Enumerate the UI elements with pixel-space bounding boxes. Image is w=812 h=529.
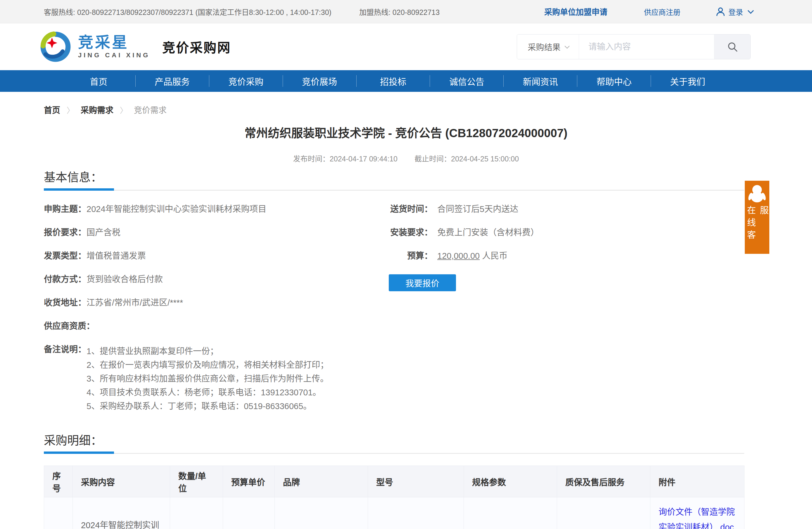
purchase-detail-table: 序号 采购内容 数量/单位 预算单价 品牌 型号 规格参数 质保及售后服务 附件… [44,466,744,529]
col-header-budget-price: 预算单价 [223,466,275,497]
col-header-model: 型号 [368,466,464,497]
section-divider-accent [44,452,114,454]
search-box: 采购结果 [517,34,751,59]
info-label: 付款方式： [44,274,87,284]
supplier-register-link[interactable]: 供应商注册 [644,6,680,17]
detail-section-title: 采购明细： [44,434,744,447]
page-title: 常州纺织服装职业技术学院 - 竞价公告 (CB128072024000007) [0,124,812,141]
remark-line: 4、项目技术负责联系人：杨老师；联系电话：13912330701。 [87,386,329,399]
qq-penguin-icon [747,184,767,203]
nav-item-news[interactable]: 新闻资讯 [504,74,577,87]
cell-brand: 无 [275,497,368,529]
info-label: 报价要求： [44,228,87,238]
remark-line: 1、提供营业执照副本复印件一份； [87,344,329,358]
info-label: 安装要求： [389,228,433,238]
col-header-seq: 序号 [44,466,73,497]
remark-line: 2、在报价一览表内填写报价及响应情况，将相关材料全部打印； [87,358,329,372]
site-logo[interactable]: 竞采星 JING CAI XING [39,30,150,63]
remark-line: 3、所有响应材料均加盖报价供应商公章，扫描后作为附件上传。 [87,372,329,386]
info-label: 发票类型： [44,251,87,261]
budget-value: 120,000.00 人民币 [437,251,507,261]
cell-budget-price: 120000 [223,497,275,529]
cell-quantity: 1/批 [170,497,223,529]
login-label: 登录 [728,6,743,17]
search-category-select[interactable]: 采购结果 [517,34,579,59]
breadcrumb-current: 竞价需求 [134,104,166,115]
nav-item-help[interactable]: 帮助中心 [577,74,651,87]
remarks-list: 1、提供营业执照副本复印件一份； 2、在报价一览表内填写报价及响应情况，将相关材… [87,344,329,413]
nav-item-showroom[interactable]: 竞价展场 [283,74,356,87]
logo-en-text: JING CAI XING [78,52,150,59]
nav-item-tenders[interactable]: 招投标 [357,74,430,87]
join-hotline: 加盟热线: 020-80922713 [359,6,440,17]
cell-attachments: 询价文件（智造学院实验实训耗材）.doc 实训套件1-5清单.docx [650,497,744,529]
breadcrumb-purchase-demand[interactable]: 采购需求 [81,104,113,115]
breadcrumb-home[interactable]: 首页 [44,104,60,115]
info-row-install-requirement: 安装要求： 免费上门安装（含材料费） [389,228,744,238]
search-input[interactable] [579,34,714,59]
info-row-address: 收货地址： 江苏省/常州市/武进区/**** [44,298,389,308]
info-row-delivery-time: 送货时间： 合同签订后5天内送达 [389,204,744,214]
cell-spec: 见附件询价文件 [464,497,557,529]
info-value: 国产含税 [87,228,120,238]
breadcrumb: 首页 〉 采购需求 〉 竞价需求 [44,104,768,115]
budget-amount: 120,000.00 [437,251,480,260]
nav-item-products[interactable]: 产品服务 [136,74,209,87]
search-button[interactable] [714,34,750,59]
nav-item-integrity[interactable]: 诚信公告 [430,74,503,87]
info-value: 2024年智能控制实训中心实验实训耗材采购项目 [87,204,266,214]
info-label: 预算： [389,251,433,261]
col-header-attachments: 附件 [650,466,744,497]
col-header-content: 采购内容 [73,466,170,497]
info-value: 合同签订后5天内送达 [437,204,518,214]
service-hotline: 客服热线: 020-80922713/80922307/80922371 (国家… [44,6,332,17]
online-service-label: 在线客服 [744,205,770,254]
info-label: 供应商资质： [44,321,95,331]
info-row-budget: 预算： 120,000.00 人民币 [389,251,744,261]
nav-item-about[interactable]: 关于我们 [651,74,724,87]
info-label: 备注说明： [44,344,87,413]
login-button[interactable]: 登录 [715,6,752,17]
logo-cn-text: 竞采星 [78,34,150,50]
cell-seq: 1 [44,497,73,529]
basic-info-grid: 申购主题： 2024年智能控制实训中心实验实训耗材采购项目 报价要求： 国产含税… [44,204,744,427]
attachment-link-doc[interactable]: 询价文件（智造学院实验实训耗材）.doc [658,504,736,529]
chevron-down-icon [564,44,569,48]
cell-warranty: 按行业标准提供服务 [557,497,650,529]
section-divider [44,190,744,191]
col-header-spec: 规格参数 [464,466,557,497]
info-row-supplier-qualification: 供应商资质： [44,321,389,331]
budget-currency: 人民币 [482,251,507,260]
breadcrumb-separator-icon: 〉 [67,104,74,115]
col-header-brand: 品牌 [275,466,368,497]
nav-item-home[interactable]: 首页 [62,74,135,87]
info-row-payment: 付款方式： 货到验收合格后付款 [44,274,389,284]
nav-item-bidding[interactable]: 竞价采购 [209,74,282,87]
info-label: 收货地址： [44,298,87,308]
publish-time: 发布时间：2024-04-17 09:44:10 [293,153,397,163]
table-row: 1 2024年智能控制实训中心实验实训耗材采购 1/批 120000 无 无 见… [44,497,744,529]
section-divider [44,453,744,454]
col-header-warranty: 质保及售后服务 [557,466,650,497]
col-header-quantity: 数量/单位 [170,466,223,497]
quote-now-button[interactable]: 我要报价 [389,274,456,291]
table-header-row: 序号 采购内容 数量/单位 预算单价 品牌 型号 规格参数 质保及售后服务 附件 [44,466,744,497]
main-nav: 首页 产品服务 竞价采购 竞价展场 招投标 诚信公告 新闻资讯 帮助中心 关于我… [0,70,812,92]
purchaser-join-link[interactable]: 采购单位加盟申请 [544,6,607,17]
site-name: 竞价采购网 [162,38,231,56]
search-category-value: 采购结果 [527,41,560,53]
info-row-quote-requirement: 报价要求： 国产含税 [44,228,389,238]
top-utility-bar: 客服热线: 020-80922713/80922307/80922371 (国家… [0,0,812,24]
info-value: 江苏省/常州市/武进区/**** [87,298,183,308]
info-value: 货到验收合格后付款 [87,274,163,284]
deadline-time: 截止时间：2024-04-25 15:00:00 [415,153,519,163]
info-value: 增值税普通发票 [87,251,146,261]
info-value: 免费上门安装（含材料费） [437,228,539,238]
online-service-widget[interactable]: 在线客服 [745,181,769,254]
chevron-down-icon [748,8,754,14]
info-row-subject: 申购主题： 2024年智能控制实训中心实验实训耗材采购项目 [44,204,389,214]
notice-meta: 发布时间：2024-04-17 09:44:10 截止时间：2024-04-25… [0,153,812,163]
breadcrumb-separator-icon: 〉 [120,104,128,115]
cell-content: 2024年智能控制实训中心实验实训耗材采购 [73,497,170,529]
search-icon [727,41,738,53]
